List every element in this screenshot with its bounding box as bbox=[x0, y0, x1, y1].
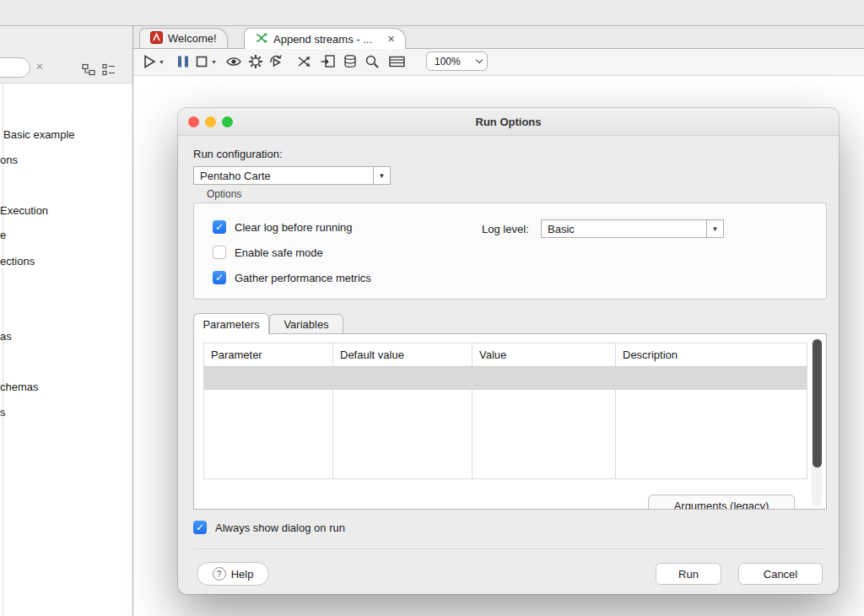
close-tab-icon[interactable]: ✕ bbox=[387, 34, 395, 45]
options-group: Clear log before running Enable safe mod… bbox=[193, 203, 827, 300]
tab-append-streams[interactable]: Append streams - ... ✕ bbox=[244, 28, 406, 49]
clear-search-icon[interactable]: ✕ bbox=[35, 61, 44, 73]
log-level-label: Log level: bbox=[482, 223, 529, 235]
run-configuration-value: Pentaho Carte bbox=[194, 167, 373, 184]
dropdown-arrow-icon[interactable]: ▼ bbox=[373, 167, 390, 184]
tree-item[interactable]: Execution bbox=[0, 204, 48, 217]
clear-log-checkbox[interactable] bbox=[213, 220, 226, 234]
run-options-dialog: Run Options Run configuration: Pentaho C… bbox=[178, 108, 839, 594]
safe-mode-row[interactable]: Enable safe mode bbox=[213, 246, 323, 259]
always-show-checkbox[interactable] bbox=[193, 521, 207, 534]
question-mark-icon: ? bbox=[213, 567, 226, 581]
parameters-panel: Parameter Default value Value Descriptio… bbox=[193, 333, 827, 510]
checkbox-label: Gather performance metrics bbox=[235, 272, 371, 284]
tab-bar-divider bbox=[133, 48, 864, 49]
log-level-select[interactable]: Basic ▼ bbox=[541, 219, 724, 238]
column-default-value bbox=[333, 343, 472, 478]
explorer-panel: ✕ Basic example ons Execution e ections … bbox=[0, 26, 133, 616]
verify-icon[interactable] bbox=[295, 52, 314, 71]
dropdown-arrow-icon[interactable]: ▼ bbox=[706, 220, 723, 237]
checkbox-label: Always show dialog on run bbox=[215, 521, 345, 534]
performance-metrics-checkbox[interactable] bbox=[213, 271, 226, 284]
generate-sql-icon[interactable] bbox=[341, 52, 359, 71]
chevron-down-icon bbox=[472, 60, 487, 62]
stop-dropdown-icon[interactable]: ▼ bbox=[211, 59, 217, 65]
run-button[interactable]: Run bbox=[656, 563, 721, 585]
run-dropdown-icon[interactable]: ▼ bbox=[159, 59, 165, 65]
impact-icon[interactable] bbox=[319, 52, 338, 71]
tab-variables[interactable]: Variables bbox=[269, 314, 343, 334]
checkbox-label: Clear log before running bbox=[235, 221, 352, 234]
parameters-table[interactable]: Parameter Default value Value Descriptio… bbox=[203, 343, 807, 479]
dialog-title: Run Options bbox=[178, 116, 839, 128]
explore-database-icon[interactable] bbox=[363, 52, 381, 71]
tree-item[interactable]: ections bbox=[0, 255, 35, 267]
run-configuration-select[interactable]: Pentaho Carte ▼ bbox=[193, 166, 391, 185]
dialog-titlebar[interactable]: Run Options bbox=[178, 108, 839, 136]
table-scrollbar[interactable] bbox=[812, 338, 822, 506]
tree-item[interactable]: chemas bbox=[0, 381, 39, 393]
pentaho-welcome-icon bbox=[150, 31, 163, 46]
column-header[interactable]: Value bbox=[479, 349, 506, 361]
column-value bbox=[472, 343, 616, 478]
preview-icon[interactable] bbox=[224, 52, 243, 71]
replay-icon[interactable] bbox=[267, 52, 285, 71]
checkbox-label: Enable safe mode bbox=[235, 246, 323, 259]
tab-label: Welcome! bbox=[168, 32, 217, 45]
help-button[interactable]: ? Help bbox=[197, 562, 269, 586]
hierarchy-view-icon[interactable] bbox=[82, 63, 95, 79]
performance-metrics-row[interactable]: Gather performance metrics bbox=[213, 271, 371, 284]
tab-parameters[interactable]: Parameters bbox=[193, 313, 269, 334]
cancel-button[interactable]: Cancel bbox=[738, 563, 823, 585]
tab-label: Variables bbox=[284, 318, 328, 331]
explorer-toolbar: ✕ bbox=[0, 26, 132, 84]
tab-label: Append streams - ... bbox=[273, 33, 372, 46]
column-header[interactable]: Default value bbox=[340, 349, 404, 361]
tree-item[interactable]: Basic example bbox=[3, 128, 75, 141]
footer-divider bbox=[193, 548, 824, 549]
search-input[interactable] bbox=[0, 57, 30, 78]
run-configuration-label: Run configuration: bbox=[193, 148, 283, 160]
safe-mode-checkbox[interactable] bbox=[213, 246, 226, 259]
application-window: ✕ Basic example ons Execution e ections … bbox=[0, 0, 864, 616]
list-view-icon[interactable] bbox=[102, 63, 116, 79]
options-group-label: Options bbox=[207, 188, 241, 200]
tree-item[interactable]: e bbox=[0, 229, 6, 241]
tree-item[interactable]: as bbox=[0, 330, 12, 343]
tab-label: Parameters bbox=[202, 318, 259, 331]
tree-item[interactable]: s bbox=[0, 406, 6, 419]
pause-icon[interactable] bbox=[174, 52, 192, 71]
always-show-row[interactable]: Always show dialog on run bbox=[193, 521, 345, 534]
tab-welcome[interactable]: Welcome! bbox=[139, 28, 228, 48]
clear-log-row[interactable]: Clear log before running bbox=[213, 220, 352, 234]
column-header[interactable]: Description bbox=[623, 349, 678, 361]
column-parameter bbox=[204, 343, 333, 478]
stop-icon[interactable] bbox=[192, 52, 211, 71]
tree-item[interactable]: ons bbox=[0, 154, 18, 166]
zoom-select[interactable]: 100% bbox=[426, 51, 488, 71]
scrollbar-thumb[interactable] bbox=[813, 339, 822, 467]
log-level-value: Basic bbox=[542, 220, 706, 237]
arguments-legacy-button[interactable]: Arguments (legacy) bbox=[648, 494, 795, 510]
table-header-divider bbox=[204, 366, 807, 367]
run-icon[interactable] bbox=[140, 52, 159, 71]
column-description bbox=[616, 343, 807, 478]
column-header[interactable]: Parameter bbox=[211, 349, 262, 361]
debug-icon[interactable] bbox=[246, 52, 265, 71]
help-label: Help bbox=[231, 568, 254, 581]
zoom-value: 100% bbox=[427, 56, 472, 68]
transformation-icon bbox=[255, 31, 268, 47]
execution-results-icon[interactable] bbox=[388, 52, 407, 71]
